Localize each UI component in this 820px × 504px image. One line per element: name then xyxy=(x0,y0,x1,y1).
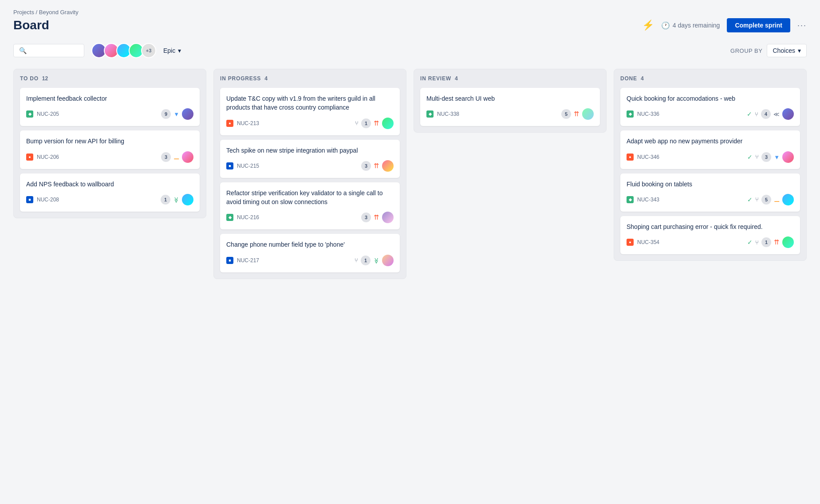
card-meta-right: ✓ ⑂ 1 ⇈ xyxy=(747,236,794,248)
card[interactable]: Fluid booking on tablets ◆ NUC-343 ✓ ⑂ 5… xyxy=(620,173,800,212)
issue-id: NUC-216 xyxy=(237,214,259,220)
column-done: DONE 4 Quick booking for accomodations -… xyxy=(614,69,807,261)
count-badge: 1 xyxy=(161,195,170,205)
branch-icon: ⑂ xyxy=(755,196,759,203)
card-meta-left: ■ NUC-217 xyxy=(226,257,259,264)
card-meta-left: ■ NUC-215 xyxy=(226,162,259,169)
task-icon: ■ xyxy=(26,196,33,203)
card-avatar xyxy=(582,108,594,120)
card-meta-right: ✓ ⑂ 4 ≪ xyxy=(747,108,794,120)
issue-id: NUC-343 xyxy=(637,197,659,203)
card[interactable]: Add NPS feedback to wallboard ■ NUC-208 … xyxy=(20,173,200,212)
card-title: Implement feedback collector xyxy=(26,94,193,103)
card-footer: ● NUC-346 ✓ ⑂ 3 ▼ xyxy=(627,151,794,163)
count-badge: 9 xyxy=(161,109,171,119)
card-meta-right: 9 ▼ xyxy=(161,108,193,120)
card[interactable]: Tech spike on new stripe integration wit… xyxy=(220,140,400,178)
column-title-inprogress: IN PROGRESS xyxy=(220,75,261,82)
clock-icon: 🕐 xyxy=(661,21,670,30)
page-header: Board ⚡ 🕐 4 days remaining Complete spri… xyxy=(13,18,807,32)
lightning-icon[interactable]: ⚡ xyxy=(642,20,654,31)
card-title: Refactor stripe verification key validat… xyxy=(226,189,394,207)
card[interactable]: Quick booking for accomodations - web ◆ … xyxy=(620,88,800,126)
issue-id: NUC-346 xyxy=(637,154,659,160)
column-count-inprogress: 4 xyxy=(264,75,268,82)
page-container: Projects / Beyond Gravity Board ⚡ 🕐 4 da… xyxy=(0,0,820,288)
card[interactable]: Change phone number field type to 'phone… xyxy=(220,234,400,272)
header-actions: ⚡ 🕐 4 days remaining Complete sprint ··· xyxy=(642,18,807,32)
column-header-done: DONE 4 xyxy=(620,75,800,82)
complete-sprint-button[interactable]: Complete sprint xyxy=(727,18,790,32)
priority-icon: ⇈ xyxy=(374,119,379,127)
days-remaining: 4 days remaining xyxy=(673,22,720,29)
card-meta-right: 3 ⇈ xyxy=(361,160,394,172)
issue-id: NUC-338 xyxy=(437,111,459,117)
card[interactable]: Multi-dest search UI web ◆ NUC-338 5 ⇈ xyxy=(420,88,600,126)
user-avatars[interactable]: +3 xyxy=(91,43,156,58)
search-input[interactable] xyxy=(30,47,79,54)
column-title-inreview: IN REVIEW xyxy=(420,75,451,82)
card-meta-left: ◆ NUC-205 xyxy=(26,110,59,118)
card-meta-right: 3 ⇈ xyxy=(361,212,394,223)
card-footer: ■ NUC-217 ⑂ 1 ≫ xyxy=(226,255,394,266)
card[interactable]: Implement feedback collector ◆ NUC-205 9… xyxy=(20,88,200,126)
card-avatar xyxy=(182,108,193,120)
bug-icon: ● xyxy=(26,154,33,161)
card-footer: ◆ NUC-343 ✓ ⑂ 5 ⚊ xyxy=(627,194,794,205)
avatar-more[interactable]: +3 xyxy=(141,43,156,58)
card-meta-left: ● NUC-354 xyxy=(627,239,659,246)
epic-label: Epic xyxy=(163,47,175,54)
card-title: Add NPS feedback to wallboard xyxy=(26,180,193,189)
priority-icon: ≪ xyxy=(773,110,780,118)
count-badge: 5 xyxy=(761,195,771,205)
card-footer: ● NUC-213 ⑂ 1 ⇈ xyxy=(226,118,394,129)
epic-dropdown[interactable]: Epic ▾ xyxy=(163,47,181,54)
choices-dropdown[interactable]: Choices ▾ xyxy=(767,44,807,57)
timer-section: 🕐 4 days remaining xyxy=(661,21,720,30)
task-icon: ■ xyxy=(226,162,233,169)
card-meta-right: ⑂ 1 ⇈ xyxy=(355,118,394,129)
done-check-icon: ✓ xyxy=(747,196,753,203)
column-title-done: DONE xyxy=(620,75,637,82)
column-todo: TO DO 12 Implement feedback collector ◆ … xyxy=(13,69,206,218)
card-title: Fluid booking on tablets xyxy=(627,180,794,189)
branch-icon: ⑂ xyxy=(755,111,758,118)
done-check-icon: ✓ xyxy=(747,154,753,161)
card-title: Change phone number field type to 'phone… xyxy=(226,240,394,249)
branch-icon: ⑂ xyxy=(355,257,358,264)
card-footer: ● NUC-206 3 ⚊ xyxy=(26,151,193,163)
priority-icon: ⇈ xyxy=(774,238,780,246)
card-avatar xyxy=(782,151,794,163)
count-badge: 3 xyxy=(761,152,771,162)
card-title: Multi-dest search UI web xyxy=(426,94,594,103)
card-meta-left: ◆ NUC-343 xyxy=(627,196,659,203)
card-avatar xyxy=(382,118,394,129)
priority-icon: ⇈ xyxy=(574,110,580,118)
breadcrumb: Projects / Beyond Gravity xyxy=(13,9,807,16)
column-header-inprogress: IN PROGRESS 4 xyxy=(220,75,400,82)
card[interactable]: Adapt web app no new payments provider ●… xyxy=(620,130,800,169)
issue-id: NUC-336 xyxy=(637,111,659,117)
card-meta-left: ● NUC-346 xyxy=(627,154,659,161)
column-header-todo: TO DO 12 xyxy=(20,75,200,82)
card-title: Shoping cart purchasing error - quick fi… xyxy=(627,222,794,231)
card[interactable]: Bump version for new API for billing ● N… xyxy=(20,130,200,169)
card[interactable]: Refactor stripe verification key validat… xyxy=(220,182,400,230)
card[interactable]: Shoping cart purchasing error - quick fi… xyxy=(620,216,800,254)
column-count-done: 4 xyxy=(641,75,644,82)
count-badge: 1 xyxy=(361,118,371,128)
issue-id: NUC-205 xyxy=(37,111,59,117)
card-avatar xyxy=(782,108,794,120)
more-options-button[interactable]: ··· xyxy=(797,21,807,30)
toolbar-left: 🔍 +3 Epic ▾ xyxy=(13,43,181,58)
card-footer: ■ NUC-215 3 ⇈ xyxy=(226,160,394,172)
bug-icon: ● xyxy=(226,120,233,127)
card-footer: ◆ NUC-205 9 ▼ xyxy=(26,108,193,120)
column-count-todo: 12 xyxy=(42,75,48,82)
card[interactable]: Update T&C copy with v1.9 from the write… xyxy=(220,88,400,135)
choices-chevron-icon: ▾ xyxy=(798,47,801,54)
priority-icon: ⇈ xyxy=(374,162,379,170)
story-icon: ◆ xyxy=(627,110,634,118)
story-icon: ◆ xyxy=(426,110,434,118)
search-box[interactable]: 🔍 xyxy=(13,44,84,57)
